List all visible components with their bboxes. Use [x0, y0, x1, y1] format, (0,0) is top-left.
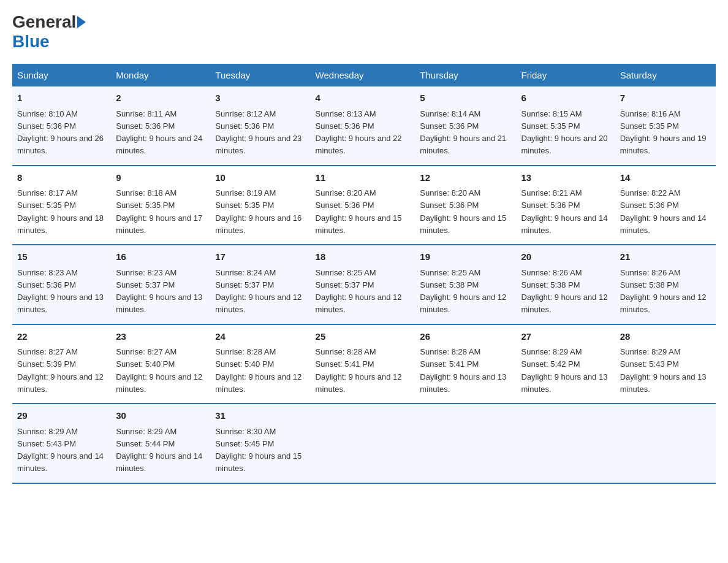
day-info: Sunrise: 8:25 AMSunset: 5:37 PMDaylight:…: [316, 268, 402, 315]
day-number: 1: [17, 91, 106, 105]
day-number: 9: [116, 171, 205, 185]
day-info: Sunrise: 8:10 AMSunset: 5:36 PMDaylight:…: [17, 109, 104, 156]
day-info: Sunrise: 8:17 AMSunset: 5:35 PMDaylight:…: [17, 188, 104, 235]
day-number: 10: [215, 171, 305, 185]
header-row: SundayMondayTuesdayWednesdayThursdayFrid…: [12, 64, 716, 86]
day-number: 22: [17, 330, 106, 344]
day-cell: 16 Sunrise: 8:23 AMSunset: 5:37 PMDaylig…: [111, 245, 210, 324]
col-header-friday: Friday: [517, 64, 615, 86]
day-number: 30: [116, 409, 205, 423]
day-cell: 24 Sunrise: 8:28 AMSunset: 5:40 PMDaylig…: [210, 324, 310, 404]
day-cell: 21 Sunrise: 8:26 AMSunset: 5:38 PMDaylig…: [615, 245, 716, 324]
day-info: Sunrise: 8:19 AMSunset: 5:35 PMDaylight:…: [215, 188, 301, 235]
week-row-2: 8 Sunrise: 8:17 AMSunset: 5:35 PMDayligh…: [12, 166, 716, 245]
day-number: 3: [215, 91, 305, 105]
day-number: 18: [316, 250, 411, 264]
day-cell: [311, 404, 415, 483]
day-cell: 26 Sunrise: 8:28 AMSunset: 5:41 PMDaylig…: [415, 324, 516, 404]
day-info: Sunrise: 8:23 AMSunset: 5:37 PMDaylight:…: [116, 268, 202, 315]
day-number: 6: [521, 91, 610, 105]
week-row-1: 1 Sunrise: 8:10 AMSunset: 5:36 PMDayligh…: [12, 86, 716, 166]
day-cell: 22 Sunrise: 8:27 AMSunset: 5:39 PMDaylig…: [12, 324, 111, 404]
day-info: Sunrise: 8:27 AMSunset: 5:39 PMDaylight:…: [17, 347, 104, 394]
day-info: Sunrise: 8:18 AMSunset: 5:35 PMDaylight:…: [116, 188, 202, 235]
day-info: Sunrise: 8:28 AMSunset: 5:41 PMDaylight:…: [420, 347, 506, 394]
day-info: Sunrise: 8:15 AMSunset: 5:35 PMDaylight:…: [521, 109, 608, 156]
day-info: Sunrise: 8:29 AMSunset: 5:44 PMDaylight:…: [116, 427, 202, 473]
day-cell: 19 Sunrise: 8:25 AMSunset: 5:38 PMDaylig…: [415, 245, 516, 324]
day-cell: [615, 404, 716, 483]
page-header: General Blue: [12, 12, 716, 52]
day-info: Sunrise: 8:22 AMSunset: 5:36 PMDaylight:…: [620, 188, 707, 235]
day-cell: 30 Sunrise: 8:29 AMSunset: 5:44 PMDaylig…: [111, 404, 210, 483]
day-info: Sunrise: 8:28 AMSunset: 5:41 PMDaylight:…: [316, 347, 402, 394]
day-cell: 9 Sunrise: 8:18 AMSunset: 5:35 PMDayligh…: [111, 166, 210, 245]
day-number: 14: [620, 171, 711, 185]
day-cell: 4 Sunrise: 8:13 AMSunset: 5:36 PMDayligh…: [311, 86, 415, 166]
week-row-3: 15 Sunrise: 8:23 AMSunset: 5:36 PMDaylig…: [12, 245, 716, 324]
day-number: 31: [215, 409, 305, 423]
day-number: 27: [521, 330, 610, 344]
logo: General Blue: [12, 12, 87, 52]
day-info: Sunrise: 8:20 AMSunset: 5:36 PMDaylight:…: [316, 188, 402, 235]
day-number: 25: [316, 330, 411, 344]
day-number: 20: [521, 250, 610, 264]
day-cell: 14 Sunrise: 8:22 AMSunset: 5:36 PMDaylig…: [615, 166, 716, 245]
day-info: Sunrise: 8:21 AMSunset: 5:36 PMDaylight:…: [521, 188, 608, 235]
day-number: 4: [316, 91, 411, 105]
day-info: Sunrise: 8:14 AMSunset: 5:36 PMDaylight:…: [420, 109, 506, 156]
logo-general-text: General: [12, 12, 76, 32]
day-cell: 27 Sunrise: 8:29 AMSunset: 5:42 PMDaylig…: [517, 324, 615, 404]
day-cell: 2 Sunrise: 8:11 AMSunset: 5:36 PMDayligh…: [111, 86, 210, 166]
day-number: 26: [420, 330, 511, 344]
day-cell: [415, 404, 516, 483]
day-info: Sunrise: 8:29 AMSunset: 5:43 PMDaylight:…: [17, 427, 104, 473]
day-info: Sunrise: 8:26 AMSunset: 5:38 PMDaylight:…: [521, 268, 608, 315]
day-number: 29: [17, 409, 106, 423]
col-header-saturday: Saturday: [615, 64, 716, 86]
day-cell: 17 Sunrise: 8:24 AMSunset: 5:37 PMDaylig…: [210, 245, 310, 324]
day-number: 2: [116, 91, 205, 105]
day-cell: 18 Sunrise: 8:25 AMSunset: 5:37 PMDaylig…: [311, 245, 415, 324]
day-info: Sunrise: 8:30 AMSunset: 5:45 PMDaylight:…: [215, 427, 301, 473]
day-number: 12: [420, 171, 511, 185]
day-cell: 8 Sunrise: 8:17 AMSunset: 5:35 PMDayligh…: [12, 166, 111, 245]
calendar-table: SundayMondayTuesdayWednesdayThursdayFrid…: [12, 64, 716, 484]
day-cell: 5 Sunrise: 8:14 AMSunset: 5:36 PMDayligh…: [415, 86, 516, 166]
col-header-monday: Monday: [111, 64, 210, 86]
day-number: 11: [316, 171, 411, 185]
day-cell: 12 Sunrise: 8:20 AMSunset: 5:36 PMDaylig…: [415, 166, 516, 245]
day-cell: 13 Sunrise: 8:21 AMSunset: 5:36 PMDaylig…: [517, 166, 615, 245]
day-cell: 20 Sunrise: 8:26 AMSunset: 5:38 PMDaylig…: [517, 245, 615, 324]
day-info: Sunrise: 8:13 AMSunset: 5:36 PMDaylight:…: [316, 109, 402, 156]
logo-arrow-icon: [77, 16, 86, 28]
day-info: Sunrise: 8:20 AMSunset: 5:36 PMDaylight:…: [420, 188, 506, 235]
day-info: Sunrise: 8:11 AMSunset: 5:36 PMDaylight:…: [116, 109, 202, 156]
col-header-wednesday: Wednesday: [311, 64, 415, 86]
day-number: 19: [420, 250, 511, 264]
day-cell: 25 Sunrise: 8:28 AMSunset: 5:41 PMDaylig…: [311, 324, 415, 404]
day-number: 13: [521, 171, 610, 185]
day-number: 8: [17, 171, 106, 185]
day-number: 15: [17, 250, 106, 264]
day-info: Sunrise: 8:28 AMSunset: 5:40 PMDaylight:…: [215, 347, 301, 394]
day-info: Sunrise: 8:27 AMSunset: 5:40 PMDaylight:…: [116, 347, 202, 394]
day-number: 24: [215, 330, 305, 344]
day-info: Sunrise: 8:26 AMSunset: 5:38 PMDaylight:…: [620, 268, 707, 315]
day-cell: 28 Sunrise: 8:29 AMSunset: 5:43 PMDaylig…: [615, 324, 716, 404]
day-cell: 31 Sunrise: 8:30 AMSunset: 5:45 PMDaylig…: [210, 404, 310, 483]
day-cell: 1 Sunrise: 8:10 AMSunset: 5:36 PMDayligh…: [12, 86, 111, 166]
week-row-5: 29 Sunrise: 8:29 AMSunset: 5:43 PMDaylig…: [12, 404, 716, 483]
col-header-sunday: Sunday: [12, 64, 111, 86]
day-info: Sunrise: 8:24 AMSunset: 5:37 PMDaylight:…: [215, 268, 301, 315]
day-cell: 6 Sunrise: 8:15 AMSunset: 5:35 PMDayligh…: [517, 86, 615, 166]
day-number: 28: [620, 330, 711, 344]
day-cell: [517, 404, 615, 483]
day-number: 5: [420, 91, 511, 105]
day-cell: 29 Sunrise: 8:29 AMSunset: 5:43 PMDaylig…: [12, 404, 111, 483]
col-header-tuesday: Tuesday: [210, 64, 310, 86]
col-header-thursday: Thursday: [415, 64, 516, 86]
day-cell: 3 Sunrise: 8:12 AMSunset: 5:36 PMDayligh…: [210, 86, 310, 166]
day-cell: 15 Sunrise: 8:23 AMSunset: 5:36 PMDaylig…: [12, 245, 111, 324]
day-number: 23: [116, 330, 205, 344]
